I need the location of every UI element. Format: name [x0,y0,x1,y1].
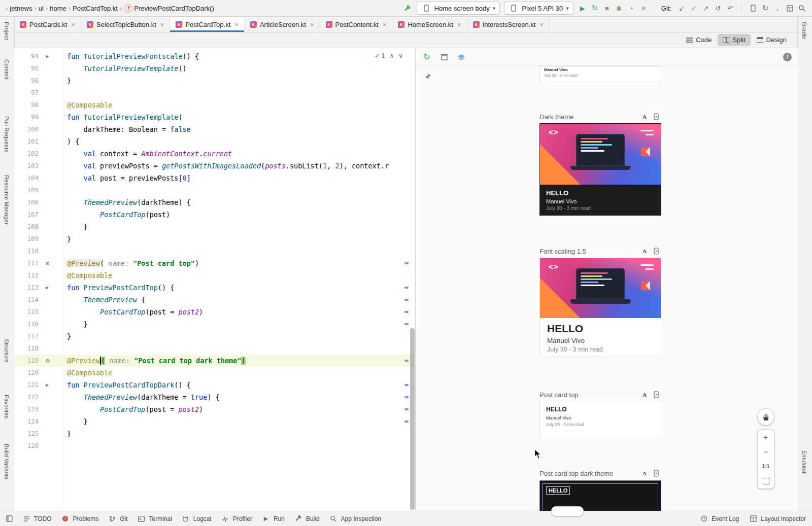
statusbar-item-run[interactable]: ▶Run [261,514,285,524]
refresh-icon[interactable]: ↻ [422,52,432,62]
layout-mode-icon[interactable] [439,52,449,62]
breadcrumb-item[interactable]: fPreviewPostCardTopDark() [124,4,214,13]
close-tab-icon[interactable]: × [383,21,387,28]
run-preview-gutter-icon[interactable]: ▶ [46,50,49,62]
code-line[interactable]: 119⚙@Preview( name: "Post card top dark … [14,355,415,367]
git-push-icon[interactable]: ↗ [701,3,711,13]
preview-issues-indicator[interactable]: ! [783,53,792,61]
preview-settings-gutter-icon[interactable]: ⚙ [46,355,49,367]
tab-interestsscreen-kt[interactable]: KInterestsScreen.kt× [467,17,550,32]
close-tab-icon[interactable]: × [539,21,544,28]
pin-icon[interactable] [424,73,431,83]
font-scale-icon[interactable]: A [642,392,647,398]
search-icon[interactable] [797,3,807,13]
code-line[interactable]: 110 [14,245,415,257]
toolwindow-favorites[interactable]: Favorites [4,395,10,418]
inspection-widget[interactable]: ✓ 1 ∧ ∨ [375,52,403,59]
code-line[interactable]: 105 [14,184,415,196]
deploy-preview-icon[interactable] [651,468,661,478]
statusbar-item-event-log[interactable]: Event Log [699,514,739,524]
toolwindow-toggle[interactable] [6,515,13,522]
tab-postcards-kt[interactable]: KPostCards.kt× [14,17,81,32]
view-mode-split[interactable]: Split [718,34,750,46]
code-line[interactable]: 101) { [14,135,415,148]
breadcrumb-item[interactable]: jetnews [10,5,32,12]
preview-card-small[interactable]: HELLOManuel VivoJuly 30 - 3 min read [539,401,661,438]
device-manager-icon[interactable] [748,3,758,13]
run-preview-gutter-icon[interactable]: ▶ [46,282,49,294]
code-line[interactable]: 95 TutorialPreviewTemplate() [14,62,415,75]
code-line[interactable]: 122 ThemedPreview(darkTheme = true) { [14,391,415,403]
code-line[interactable]: 114 ThemedPreview { [14,294,415,306]
preview-card-dark[interactable]: <>HELLOManuel VivoJuly 30 - 3 min read [539,123,661,216]
preview-settings-gutter-icon[interactable]: ⚙ [46,257,49,269]
preview-hint-pill[interactable] [551,506,584,516]
zoom-to-fit-button[interactable] [758,474,774,488]
breadcrumb-item[interactable]: home [50,5,66,12]
apply-changes-icon[interactable]: ↻ [590,3,600,13]
git-update-icon[interactable]: ↙ [676,3,687,13]
tab-postcardtop-kt[interactable]: KPostCardTop.kt× [170,17,244,32]
code-line[interactable]: 112@Composable [14,269,415,282]
breadcrumb-expander[interactable]: › [5,5,8,12]
code-line[interactable]: 102 val context = AmbientContext.current [14,148,415,160]
code-line[interactable]: 107 PostCardTop(post) [14,208,415,221]
close-tab-icon[interactable]: × [234,21,239,28]
font-scale-icon[interactable]: A [642,248,647,254]
code-line[interactable]: 111⚙@Preview( name: "Post card top") [14,257,415,269]
code-line[interactable]: 94▶fun TutorialPreviewFontscale() { [14,50,415,62]
code-line[interactable]: 109} [14,233,415,245]
statusbar-item-logcat[interactable]: Logcat [181,514,212,524]
toolwindow-gradle[interactable]: Gradle [801,22,807,40]
stop-icon[interactable]: ■ [638,3,649,13]
statusbar-item-app-inspection[interactable]: App Inspection [328,514,381,524]
editor-scrollbar[interactable] [410,328,415,510]
breadcrumb-item[interactable]: ui [39,5,44,12]
git-rollback-icon[interactable]: ↶ [725,3,735,13]
pan-tool-button[interactable] [757,408,774,426]
code-line[interactable]: 99fun TutorialPreviewTemplate( [14,111,415,123]
breadcrumb-item[interactable]: PostCardTop.kt [73,5,118,12]
toolwindow-resource-manager[interactable]: Resource Manager [4,175,10,225]
code-line[interactable]: 103 val previewPosts = getPostsWithImage… [14,160,415,172]
attach-debugger-icon[interactable]: ≡ [602,3,612,13]
toolwindow-pull-requests[interactable]: Pull Requests [4,116,10,152]
zoom-in-button[interactable]: + [758,430,774,444]
run-preview-gutter-icon[interactable]: ▶ [46,379,49,391]
layout-inspector-icon[interactable] [785,3,795,13]
deploy-preview-icon[interactable] [651,390,661,400]
next-issue-icon[interactable]: ∨ [398,52,403,59]
device-select[interactable]: Pixel 5 API 30 ▾ [504,2,573,15]
debug-icon[interactable] [614,3,624,13]
close-tab-icon[interactable]: × [310,21,314,28]
statusbar-item-terminal[interactable]: Terminal [136,514,172,524]
preview-card-fontscale[interactable]: <>HELLOManuel VivoJuly 30 - 3 min read [539,258,661,357]
statusbar-item-layout-inspector[interactable]: Layout Inspector [748,514,806,524]
deploy-preview-icon[interactable] [651,246,661,256]
view-mode-design[interactable]: Design [752,34,792,46]
make-project-icon[interactable] [402,3,413,13]
zoom-out-button[interactable]: − [758,444,774,459]
view-mode-code[interactable]: Code [681,34,717,46]
code-line[interactable]: 118 [14,342,415,355]
code-area[interactable]: 94▶fun TutorialPreviewFontscale() {95 Tu… [14,50,415,452]
toolwindow-build-variants[interactable]: Build Variants [4,444,10,479]
toolwindow-emulator[interactable]: Emulator [801,450,807,474]
git-commit-icon[interactable]: ✓ [689,3,699,13]
code-line[interactable]: 115 PostCardTop(post = post2) [14,306,415,318]
sync-gradle-icon[interactable]: ↻ [760,3,770,13]
statusbar-item-todo[interactable]: TODO [21,514,51,524]
statusbar-item-problems[interactable]: !Problems [60,514,98,524]
code-line[interactable]: 123 PostCardTop(post = post2) [14,403,415,415]
toolwindow-project[interactable]: Project [4,22,10,40]
run-icon[interactable]: ▶ [578,3,588,13]
sdk-manager-icon[interactable]: ↓ [772,3,783,13]
close-tab-icon[interactable]: × [457,21,461,28]
code-line[interactable]: 117} [14,330,415,342]
profile-icon[interactable]: ◔ [626,3,636,13]
prev-issue-icon[interactable]: ∧ [389,52,394,59]
preview-card-partial-top[interactable]: Manuel VivoJuly 30 - 3 min read [539,66,661,82]
statusbar-item-git[interactable]: Git [107,514,127,524]
toolwindow-commit[interactable]: Commit [4,59,10,80]
code-line[interactable]: 98@Composable [14,99,415,111]
